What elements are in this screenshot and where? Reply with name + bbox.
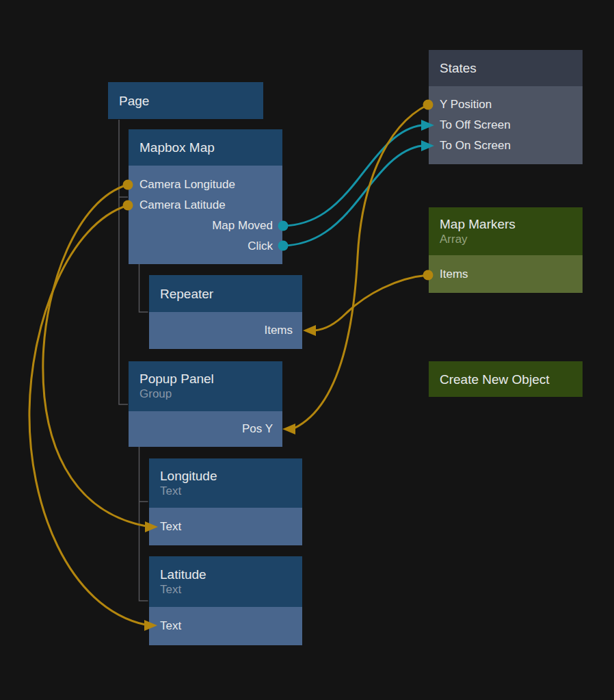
arrowhead-to-on-screen [421, 140, 434, 151]
node-editor-canvas[interactable]: Page Mapbox Map Camera Longitude Camera … [0, 0, 614, 700]
port-dot-y-position[interactable] [423, 100, 433, 110]
connection-y-position-to-pos-y[interactable] [294, 105, 428, 428]
port-dot-click[interactable] [278, 241, 289, 251]
connection-map-moved-to-off-screen[interactable] [283, 125, 422, 226]
tree-line-mapbox-children [139, 264, 148, 312]
arrowhead-longitude-text [145, 521, 158, 532]
port-dot-camera-longitude[interactable] [123, 180, 133, 190]
connection-click-to-on-screen[interactable] [283, 146, 422, 246]
arrowhead-pos-y [282, 424, 295, 435]
connection-camera-longitude-to-longitude-text[interactable] [43, 185, 146, 526]
arrowhead-latitude-text [144, 620, 157, 631]
arrowhead-to-off-screen [421, 120, 434, 131]
connection-map-markers-items-to-repeater-items[interactable] [315, 275, 428, 330]
port-dot-map-markers-items[interactable] [423, 270, 433, 281]
tree-line-page-children [119, 120, 128, 404]
port-dot-map-moved[interactable] [278, 221, 289, 231]
connections-layer [0, 0, 614, 700]
port-dot-camera-latitude[interactable] [123, 200, 133, 211]
arrowhead-repeater-items [303, 325, 316, 336]
